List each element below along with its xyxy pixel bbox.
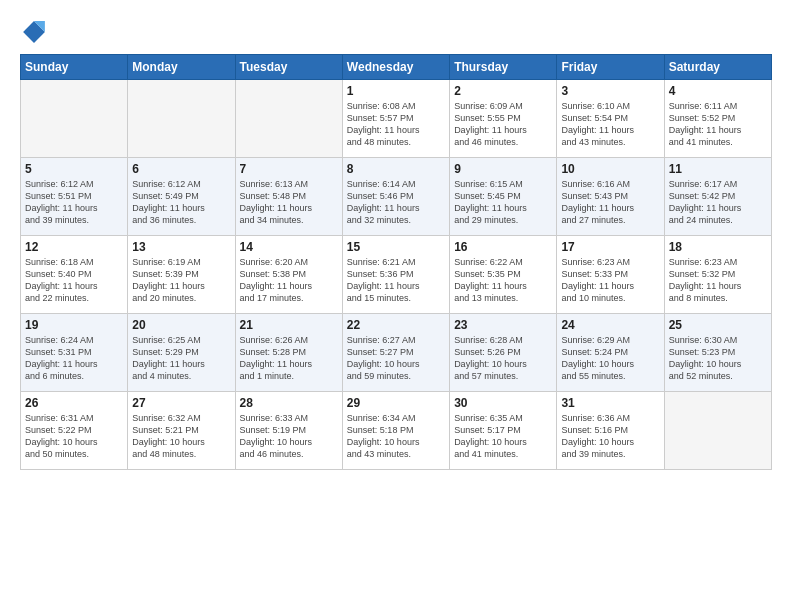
calendar-week-row: 26Sunrise: 6:31 AM Sunset: 5:22 PM Dayli… xyxy=(21,392,772,470)
calendar-cell xyxy=(235,80,342,158)
day-number: 23 xyxy=(454,318,552,332)
day-number: 30 xyxy=(454,396,552,410)
day-number: 29 xyxy=(347,396,445,410)
calendar-cell: 29Sunrise: 6:34 AM Sunset: 5:18 PM Dayli… xyxy=(342,392,449,470)
day-info: Sunrise: 6:28 AM Sunset: 5:26 PM Dayligh… xyxy=(454,334,552,383)
calendar-cell: 27Sunrise: 6:32 AM Sunset: 5:21 PM Dayli… xyxy=(128,392,235,470)
calendar-cell: 21Sunrise: 6:26 AM Sunset: 5:28 PM Dayli… xyxy=(235,314,342,392)
calendar-cell xyxy=(664,392,771,470)
day-number: 14 xyxy=(240,240,338,254)
day-info: Sunrise: 6:12 AM Sunset: 5:51 PM Dayligh… xyxy=(25,178,123,227)
day-info: Sunrise: 6:22 AM Sunset: 5:35 PM Dayligh… xyxy=(454,256,552,305)
day-info: Sunrise: 6:34 AM Sunset: 5:18 PM Dayligh… xyxy=(347,412,445,461)
weekday-header-monday: Monday xyxy=(128,55,235,80)
day-info: Sunrise: 6:32 AM Sunset: 5:21 PM Dayligh… xyxy=(132,412,230,461)
calendar-cell: 24Sunrise: 6:29 AM Sunset: 5:24 PM Dayli… xyxy=(557,314,664,392)
calendar-cell: 25Sunrise: 6:30 AM Sunset: 5:23 PM Dayli… xyxy=(664,314,771,392)
day-info: Sunrise: 6:23 AM Sunset: 5:32 PM Dayligh… xyxy=(669,256,767,305)
calendar-cell: 1Sunrise: 6:08 AM Sunset: 5:57 PM Daylig… xyxy=(342,80,449,158)
weekday-header-row: SundayMondayTuesdayWednesdayThursdayFrid… xyxy=(21,55,772,80)
day-number: 17 xyxy=(561,240,659,254)
day-info: Sunrise: 6:31 AM Sunset: 5:22 PM Dayligh… xyxy=(25,412,123,461)
weekday-header-friday: Friday xyxy=(557,55,664,80)
day-info: Sunrise: 6:25 AM Sunset: 5:29 PM Dayligh… xyxy=(132,334,230,383)
day-number: 9 xyxy=(454,162,552,176)
weekday-header-saturday: Saturday xyxy=(664,55,771,80)
calendar-cell: 15Sunrise: 6:21 AM Sunset: 5:36 PM Dayli… xyxy=(342,236,449,314)
day-info: Sunrise: 6:16 AM Sunset: 5:43 PM Dayligh… xyxy=(561,178,659,227)
day-number: 20 xyxy=(132,318,230,332)
calendar-cell: 18Sunrise: 6:23 AM Sunset: 5:32 PM Dayli… xyxy=(664,236,771,314)
day-number: 24 xyxy=(561,318,659,332)
weekday-header-tuesday: Tuesday xyxy=(235,55,342,80)
day-info: Sunrise: 6:08 AM Sunset: 5:57 PM Dayligh… xyxy=(347,100,445,149)
logo-icon xyxy=(20,18,48,46)
calendar-cell: 11Sunrise: 6:17 AM Sunset: 5:42 PM Dayli… xyxy=(664,158,771,236)
calendar-cell: 14Sunrise: 6:20 AM Sunset: 5:38 PM Dayli… xyxy=(235,236,342,314)
calendar-cell: 22Sunrise: 6:27 AM Sunset: 5:27 PM Dayli… xyxy=(342,314,449,392)
calendar-cell: 19Sunrise: 6:24 AM Sunset: 5:31 PM Dayli… xyxy=(21,314,128,392)
day-info: Sunrise: 6:24 AM Sunset: 5:31 PM Dayligh… xyxy=(25,334,123,383)
day-number: 3 xyxy=(561,84,659,98)
day-info: Sunrise: 6:29 AM Sunset: 5:24 PM Dayligh… xyxy=(561,334,659,383)
day-info: Sunrise: 6:09 AM Sunset: 5:55 PM Dayligh… xyxy=(454,100,552,149)
day-info: Sunrise: 6:13 AM Sunset: 5:48 PM Dayligh… xyxy=(240,178,338,227)
calendar-cell: 16Sunrise: 6:22 AM Sunset: 5:35 PM Dayli… xyxy=(450,236,557,314)
calendar-cell: 30Sunrise: 6:35 AM Sunset: 5:17 PM Dayli… xyxy=(450,392,557,470)
calendar-week-row: 12Sunrise: 6:18 AM Sunset: 5:40 PM Dayli… xyxy=(21,236,772,314)
calendar-cell: 20Sunrise: 6:25 AM Sunset: 5:29 PM Dayli… xyxy=(128,314,235,392)
calendar-cell: 6Sunrise: 6:12 AM Sunset: 5:49 PM Daylig… xyxy=(128,158,235,236)
day-number: 10 xyxy=(561,162,659,176)
day-number: 25 xyxy=(669,318,767,332)
calendar-cell: 17Sunrise: 6:23 AM Sunset: 5:33 PM Dayli… xyxy=(557,236,664,314)
day-info: Sunrise: 6:18 AM Sunset: 5:40 PM Dayligh… xyxy=(25,256,123,305)
day-number: 7 xyxy=(240,162,338,176)
day-number: 21 xyxy=(240,318,338,332)
day-info: Sunrise: 6:36 AM Sunset: 5:16 PM Dayligh… xyxy=(561,412,659,461)
calendar-cell: 7Sunrise: 6:13 AM Sunset: 5:48 PM Daylig… xyxy=(235,158,342,236)
weekday-header-wednesday: Wednesday xyxy=(342,55,449,80)
day-info: Sunrise: 6:12 AM Sunset: 5:49 PM Dayligh… xyxy=(132,178,230,227)
page: SundayMondayTuesdayWednesdayThursdayFrid… xyxy=(0,0,792,612)
day-info: Sunrise: 6:19 AM Sunset: 5:39 PM Dayligh… xyxy=(132,256,230,305)
day-info: Sunrise: 6:33 AM Sunset: 5:19 PM Dayligh… xyxy=(240,412,338,461)
day-number: 6 xyxy=(132,162,230,176)
calendar-cell xyxy=(128,80,235,158)
weekday-header-sunday: Sunday xyxy=(21,55,128,80)
day-number: 1 xyxy=(347,84,445,98)
day-info: Sunrise: 6:20 AM Sunset: 5:38 PM Dayligh… xyxy=(240,256,338,305)
header xyxy=(20,18,772,46)
day-number: 31 xyxy=(561,396,659,410)
day-info: Sunrise: 6:27 AM Sunset: 5:27 PM Dayligh… xyxy=(347,334,445,383)
day-info: Sunrise: 6:35 AM Sunset: 5:17 PM Dayligh… xyxy=(454,412,552,461)
day-number: 5 xyxy=(25,162,123,176)
day-number: 26 xyxy=(25,396,123,410)
day-number: 27 xyxy=(132,396,230,410)
day-info: Sunrise: 6:15 AM Sunset: 5:45 PM Dayligh… xyxy=(454,178,552,227)
calendar-cell: 31Sunrise: 6:36 AM Sunset: 5:16 PM Dayli… xyxy=(557,392,664,470)
calendar-cell: 12Sunrise: 6:18 AM Sunset: 5:40 PM Dayli… xyxy=(21,236,128,314)
day-number: 13 xyxy=(132,240,230,254)
day-number: 11 xyxy=(669,162,767,176)
day-number: 16 xyxy=(454,240,552,254)
day-number: 18 xyxy=(669,240,767,254)
calendar-cell: 26Sunrise: 6:31 AM Sunset: 5:22 PM Dayli… xyxy=(21,392,128,470)
day-info: Sunrise: 6:26 AM Sunset: 5:28 PM Dayligh… xyxy=(240,334,338,383)
calendar-cell: 23Sunrise: 6:28 AM Sunset: 5:26 PM Dayli… xyxy=(450,314,557,392)
calendar-cell xyxy=(21,80,128,158)
calendar-week-row: 5Sunrise: 6:12 AM Sunset: 5:51 PM Daylig… xyxy=(21,158,772,236)
calendar-cell: 13Sunrise: 6:19 AM Sunset: 5:39 PM Dayli… xyxy=(128,236,235,314)
day-info: Sunrise: 6:23 AM Sunset: 5:33 PM Dayligh… xyxy=(561,256,659,305)
day-number: 12 xyxy=(25,240,123,254)
day-info: Sunrise: 6:10 AM Sunset: 5:54 PM Dayligh… xyxy=(561,100,659,149)
day-number: 28 xyxy=(240,396,338,410)
day-number: 15 xyxy=(347,240,445,254)
day-info: Sunrise: 6:11 AM Sunset: 5:52 PM Dayligh… xyxy=(669,100,767,149)
day-info: Sunrise: 6:14 AM Sunset: 5:46 PM Dayligh… xyxy=(347,178,445,227)
weekday-header-thursday: Thursday xyxy=(450,55,557,80)
logo xyxy=(20,18,52,46)
calendar-cell: 3Sunrise: 6:10 AM Sunset: 5:54 PM Daylig… xyxy=(557,80,664,158)
calendar-cell: 8Sunrise: 6:14 AM Sunset: 5:46 PM Daylig… xyxy=(342,158,449,236)
calendar-cell: 4Sunrise: 6:11 AM Sunset: 5:52 PM Daylig… xyxy=(664,80,771,158)
day-info: Sunrise: 6:17 AM Sunset: 5:42 PM Dayligh… xyxy=(669,178,767,227)
